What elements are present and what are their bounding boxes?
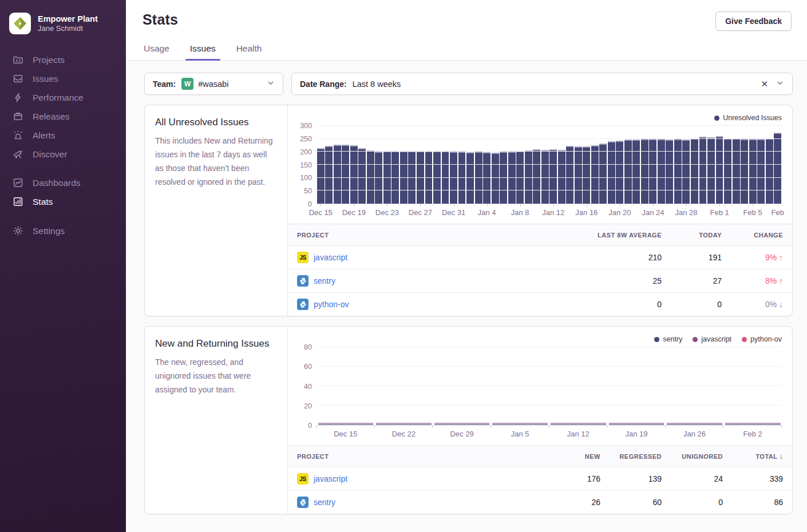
- sidebar-item-projects[interactable]: Projects: [0, 50, 126, 69]
- column-header[interactable]: PROJECT: [297, 453, 540, 460]
- column-header[interactable]: PROJECT: [297, 232, 570, 239]
- bar[interactable]: [350, 145, 358, 204]
- column-header[interactable]: CHANGE: [722, 232, 783, 239]
- gridline: [317, 386, 782, 386]
- column-header[interactable]: TODAY: [662, 232, 722, 239]
- bar[interactable]: [466, 152, 474, 204]
- plot-area: [317, 347, 782, 426]
- stacked-bar[interactable]: [376, 423, 432, 425]
- bar[interactable]: [632, 140, 640, 204]
- new-returning-issues-panel: New and Returning Issues The new, regres…: [144, 326, 793, 514]
- project-link[interactable]: python-ov: [314, 300, 349, 309]
- sidebar-item-alerts[interactable]: Alerts: [0, 126, 126, 145]
- bar[interactable]: [583, 146, 590, 204]
- bar[interactable]: [334, 145, 341, 204]
- clear-icon[interactable]: ✕: [761, 79, 768, 89]
- page-title: Stats: [143, 11, 178, 28]
- sidebar-nav: Projects Issues Performance Releases: [0, 45, 126, 240]
- bar[interactable]: [616, 141, 623, 204]
- give-feedback-button[interactable]: Give Feedback: [715, 11, 792, 31]
- issues-icon: [12, 73, 23, 85]
- bar[interactable]: [492, 153, 499, 204]
- bar[interactable]: [533, 149, 540, 204]
- sidebar-item-settings[interactable]: Settings: [0, 221, 126, 240]
- bar[interactable]: [549, 149, 557, 204]
- column-header[interactable]: LAST 8W AVERAGE: [570, 232, 662, 239]
- legend-label: python-ov: [750, 335, 782, 343]
- legend-item: Unresolved Issues: [714, 114, 782, 122]
- table-row: sentry25278% ↑: [288, 269, 792, 292]
- bar[interactable]: [641, 139, 648, 204]
- legend-dot-icon: [714, 116, 719, 121]
- stacked-bar[interactable]: [434, 423, 490, 425]
- bar[interactable]: [707, 137, 715, 204]
- sidebar-item-performance[interactable]: Performance: [0, 88, 126, 107]
- bar[interactable]: [317, 148, 325, 204]
- x-tick-mark: [753, 204, 753, 207]
- team-avatar: W: [181, 78, 193, 90]
- x-tick-label: Feb: [772, 208, 784, 217]
- bar[interactable]: [666, 140, 673, 204]
- date-range-select[interactable]: Date Range: Last 8 weeks ✕: [291, 73, 793, 95]
- column-header[interactable]: NEW: [540, 453, 600, 460]
- stacked-bar[interactable]: [551, 423, 606, 425]
- bar[interactable]: [325, 146, 333, 204]
- x-tick-label: Jan 12: [549, 426, 608, 440]
- panel-title: New and Returning Issues: [155, 338, 277, 350]
- bar[interactable]: [342, 145, 349, 204]
- bar[interactable]: [566, 146, 573, 204]
- project-link[interactable]: sentry: [314, 276, 335, 285]
- bar[interactable]: [591, 145, 599, 204]
- project-link[interactable]: javascript: [314, 474, 347, 483]
- stacked-bar[interactable]: [492, 423, 548, 425]
- sidebar-item-discover[interactable]: Discover: [0, 145, 126, 164]
- bar[interactable]: [624, 140, 632, 204]
- bar[interactable]: [674, 139, 682, 204]
- column-header[interactable]: UNIGNORED: [662, 453, 723, 460]
- tab-usage[interactable]: Usage: [143, 43, 171, 60]
- stacked-bar[interactable]: [318, 423, 374, 425]
- x-tick-label: Dec 23: [375, 208, 399, 217]
- regressed-cell: 139: [600, 474, 662, 483]
- org-switcher[interactable]: Empower Plant Jane Schmidt: [0, 9, 126, 45]
- project-link[interactable]: sentry: [314, 498, 335, 507]
- bar[interactable]: [358, 148, 366, 204]
- team-select[interactable]: Team: W #wasabi: [144, 73, 283, 95]
- stacked-bar[interactable]: [609, 423, 664, 425]
- column-header[interactable]: REGRESSED: [600, 453, 662, 460]
- bar[interactable]: [757, 139, 765, 204]
- sidebar-item-label: Stats: [33, 197, 53, 207]
- gridline: [317, 151, 782, 152]
- sidebar-item-releases[interactable]: Releases: [0, 107, 126, 126]
- bar[interactable]: [699, 137, 707, 204]
- stacked-bar[interactable]: [725, 423, 781, 425]
- bar[interactable]: [658, 139, 665, 204]
- bar[interactable]: [749, 139, 757, 204]
- bar[interactable]: [649, 139, 656, 204]
- project-link[interactable]: javascript: [314, 253, 347, 262]
- bar[interactable]: [458, 152, 466, 204]
- sidebar-item-issues[interactable]: Issues: [0, 69, 126, 88]
- bar[interactable]: [682, 140, 690, 204]
- bar[interactable]: [724, 138, 731, 204]
- sidebar-item-stats[interactable]: Stats: [0, 192, 126, 211]
- bar[interactable]: [716, 136, 723, 204]
- tab-health[interactable]: Health: [235, 43, 263, 60]
- bar[interactable]: [475, 152, 482, 204]
- column-header[interactable]: TOTAL↓: [723, 452, 783, 460]
- x-tick-label: Jan 4: [478, 208, 496, 217]
- sidebar-item-label: Releases: [33, 112, 70, 122]
- bar[interactable]: [733, 138, 740, 204]
- y-tick-label: 80: [304, 343, 312, 351]
- bar[interactable]: [774, 133, 781, 204]
- bar[interactable]: [483, 152, 490, 204]
- bar[interactable]: [691, 138, 698, 204]
- sidebar-item-dashboards[interactable]: Dashboards: [0, 173, 126, 192]
- bar[interactable]: [599, 144, 607, 204]
- stacked-bar[interactable]: [667, 423, 722, 425]
- bar[interactable]: [766, 138, 773, 204]
- gridline: [317, 125, 782, 126]
- tab-issues[interactable]: Issues: [189, 43, 217, 60]
- bar[interactable]: [575, 146, 582, 204]
- bar[interactable]: [741, 139, 748, 204]
